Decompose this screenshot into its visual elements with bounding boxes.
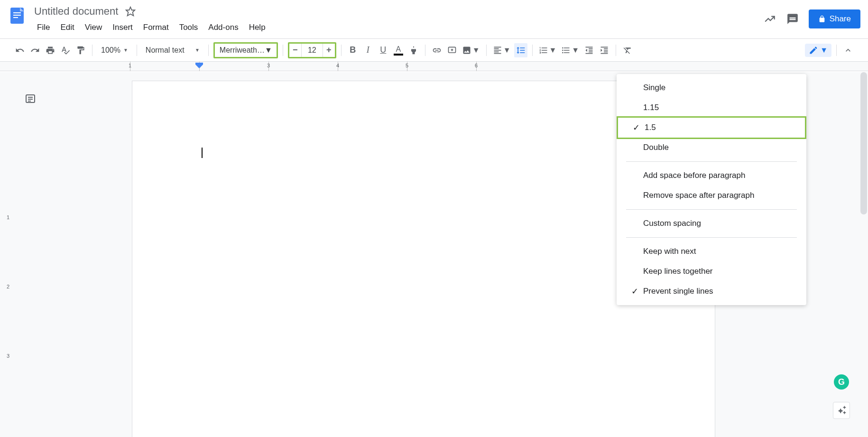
decrease-indent-button[interactable] <box>582 43 596 57</box>
menu-format[interactable]: Format <box>139 20 174 35</box>
insert-image-button[interactable]: ▼ <box>461 43 481 57</box>
paragraph-style-dropdown[interactable]: Normal text ▼ <box>142 43 203 57</box>
svg-rect-3 <box>13 17 18 18</box>
check-icon: ✓ <box>628 122 645 133</box>
share-button[interactable]: Share <box>809 9 860 28</box>
spellcheck-button[interactable] <box>59 43 72 57</box>
zoom-value: 100% <box>101 46 120 55</box>
activity-icon[interactable] <box>763 12 776 26</box>
custom-spacing-option[interactable]: Custom spacing <box>617 214 806 233</box>
increase-font-size-button[interactable]: + <box>323 44 335 57</box>
line-spacing-button[interactable] <box>514 43 527 57</box>
caret-down-icon: ▼ <box>123 47 128 53</box>
vruler-mark: 3 <box>7 353 9 359</box>
svg-marker-8 <box>195 65 203 68</box>
line-spacing-menu: Single 1.15 ✓ 1.5 Double Add space befor… <box>617 74 806 305</box>
svg-rect-9 <box>195 63 203 65</box>
caret-down-icon: ▼ <box>572 46 579 55</box>
remove-space-after-option[interactable]: Remove space after paragraph <box>617 186 806 205</box>
separator <box>283 45 283 56</box>
numbered-list-button[interactable]: ▼ <box>537 43 558 57</box>
caret-down-icon: ▼ <box>195 47 200 53</box>
horizontal-ruler[interactable]: 1 2 3 4 5 6 <box>0 62 868 71</box>
ruler-mark: 5 <box>406 63 408 68</box>
increase-indent-button[interactable] <box>598 43 611 57</box>
spacing-option-single[interactable]: Single <box>617 78 806 98</box>
text-color-indicator <box>394 54 403 56</box>
italic-button[interactable]: I <box>361 43 375 57</box>
ruler-mark: 1 <box>129 63 131 68</box>
paint-format-button[interactable] <box>74 43 87 57</box>
underline-button[interactable]: U <box>377 43 390 57</box>
docs-logo[interactable] <box>8 6 27 31</box>
ruler-mark: 3 <box>267 63 270 68</box>
header-right: Share <box>763 9 860 28</box>
caret-down-icon: ▼ <box>549 46 557 55</box>
caret-down-icon: ▼ <box>820 46 828 55</box>
separator <box>425 45 425 56</box>
check-icon: ✓ <box>626 286 643 297</box>
star-icon[interactable] <box>125 6 136 17</box>
font-value: Merriweath… <box>220 46 265 55</box>
font-size-input[interactable] <box>302 44 323 57</box>
zoom-dropdown[interactable]: 100% ▼ <box>97 43 132 57</box>
title-area: Untitled document File Edit View Insert … <box>32 4 763 35</box>
caret-down-icon: ▼ <box>503 46 511 55</box>
menu-help[interactable]: Help <box>244 20 270 35</box>
text-color-button[interactable]: A <box>392 43 405 57</box>
print-button[interactable] <box>44 43 57 57</box>
svg-marker-4 <box>126 7 135 16</box>
spacing-option-double[interactable]: Double <box>617 138 806 158</box>
scrollbar[interactable] <box>860 72 867 214</box>
separator <box>616 45 616 56</box>
spacing-option-15[interactable]: ✓ 1.5 <box>617 116 806 139</box>
bold-button[interactable]: B <box>346 43 360 57</box>
menu-separator <box>626 237 797 238</box>
separator <box>532 45 533 56</box>
caret-down-icon: ▼ <box>265 46 272 55</box>
menu-insert[interactable]: Insert <box>108 20 138 35</box>
font-family-dropdown[interactable]: Merriweath… ▼ <box>215 44 277 57</box>
keep-lines-together-option[interactable]: Keep lines together <box>617 261 806 281</box>
redo-button[interactable] <box>28 43 42 57</box>
menu-view[interactable]: View <box>80 20 107 35</box>
grammarly-icon[interactable]: G <box>834 374 849 390</box>
align-button[interactable]: ▼ <box>491 43 512 57</box>
svg-rect-2 <box>13 15 21 16</box>
outline-toggle-button[interactable] <box>25 93 38 106</box>
menubar: File Edit View Insert Format Tools Add-o… <box>32 20 763 35</box>
menu-separator <box>626 161 797 162</box>
highlight-color-button[interactable] <box>407 43 420 57</box>
indent-marker[interactable] <box>195 63 203 72</box>
explore-button[interactable] <box>833 402 850 419</box>
menu-separator <box>626 209 797 210</box>
menu-addons[interactable]: Add-ons <box>203 20 243 35</box>
separator <box>137 45 137 56</box>
keep-with-next-option[interactable]: Keep with next <box>617 242 806 261</box>
menu-edit[interactable]: Edit <box>55 20 79 35</box>
vertical-ruler[interactable]: 1 2 3 <box>2 148 10 356</box>
ruler-mark: 6 <box>475 63 478 68</box>
editing-mode-dropdown[interactable]: ▼ <box>805 44 831 57</box>
bulleted-list-button[interactable]: ▼ <box>560 43 581 57</box>
clear-formatting-button[interactable] <box>621 43 634 57</box>
share-label: Share <box>830 14 851 24</box>
insert-link-button[interactable] <box>430 43 443 57</box>
menu-file[interactable]: File <box>32 20 55 35</box>
menu-tools[interactable]: Tools <box>175 20 203 35</box>
add-space-before-option[interactable]: Add space before paragraph <box>617 166 806 186</box>
collapse-toolbar-button[interactable] <box>841 43 855 57</box>
header: Untitled document File Edit View Insert … <box>0 0 868 39</box>
decrease-font-size-button[interactable]: − <box>289 44 302 57</box>
doc-title[interactable]: Untitled document <box>34 5 118 18</box>
undo-button[interactable] <box>13 43 27 57</box>
spacing-option-115[interactable]: 1.15 <box>617 98 806 118</box>
ruler-mark: 4 <box>336 63 339 68</box>
font-highlight: Merriweath… ▼ <box>213 42 278 58</box>
insert-comment-button[interactable] <box>445 43 459 57</box>
svg-rect-1 <box>13 12 21 13</box>
comments-icon[interactable] <box>786 12 799 26</box>
prevent-single-lines-option[interactable]: ✓ Prevent single lines <box>617 281 806 301</box>
separator <box>92 45 92 56</box>
separator <box>208 45 209 56</box>
